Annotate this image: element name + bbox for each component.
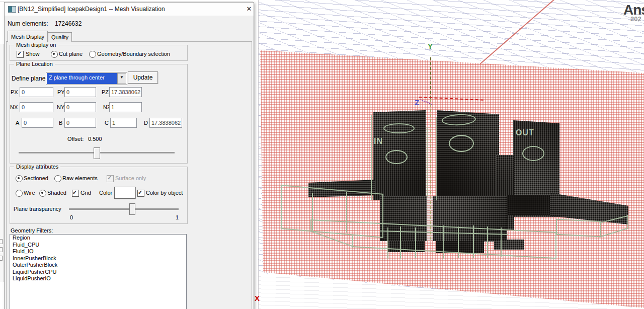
list-item[interactable]: InnerPusherBlock	[10, 255, 186, 262]
offset-slider-thumb[interactable]	[94, 147, 100, 159]
background-strip	[0, 44, 4, 282]
list-item[interactable]: OuterPusherBlock	[10, 262, 186, 269]
group-plane-location-legend: Plane Location	[14, 61, 55, 67]
grid-checkbox[interactable]: ✓	[72, 190, 79, 197]
transparency-max-label: 1	[176, 214, 179, 220]
radio-dot	[41, 192, 43, 194]
list-item[interactable]: LiquidPusherCPU	[10, 269, 186, 276]
plane-select-value: Z plane through center	[47, 73, 118, 84]
d-label: D	[144, 120, 148, 126]
wire-radio[interactable]	[16, 190, 23, 197]
wire-label: Wire	[24, 190, 35, 196]
mesh-foot-3	[494, 240, 524, 250]
cut-plane-label: Cut plane	[59, 51, 83, 57]
py-field[interactable]: 0	[64, 87, 96, 97]
c-label: C	[105, 120, 109, 126]
wire-manifold-v6	[473, 225, 474, 258]
list-item[interactable]: Fluid_IO	[10, 248, 186, 255]
shaded-radio[interactable]	[39, 190, 46, 197]
wire-manifold-v8	[501, 227, 502, 257]
list-item[interactable]: Region	[10, 235, 186, 242]
wire-pipe-ellipse-left2	[385, 150, 408, 164]
transparency-slider-thumb[interactable]	[129, 203, 135, 215]
wire-pipe-ellipse-left	[383, 123, 415, 133]
ny-label: NY	[57, 104, 64, 110]
wire-vert-1	[371, 115, 372, 200]
color-label: Color	[99, 190, 112, 196]
b-label: B	[59, 120, 62, 126]
raw-elements-radio[interactable]	[54, 175, 61, 182]
c-field[interactable]: 1	[110, 118, 137, 128]
num-elements-value: 17246632	[55, 20, 82, 27]
check-icon: ✓	[138, 189, 142, 196]
ny-field[interactable]: 0	[64, 102, 96, 112]
color-by-object-checkbox[interactable]: ✓	[137, 190, 144, 197]
surface-only-label: Surface only	[115, 175, 146, 181]
wire-vert-3	[436, 117, 437, 200]
pz-field[interactable]: 17.3838062	[109, 87, 142, 97]
check-icon: ✓	[17, 50, 22, 57]
nx-label: NX	[10, 104, 18, 110]
update-button[interactable]: Update	[128, 71, 158, 84]
tree-node-mark-2	[0, 247, 3, 252]
title-bar[interactable]: [BN12_Simplified] IcepakDesign1 -- Mesh …	[5, 3, 254, 16]
nx-field[interactable]: 0	[20, 102, 53, 112]
cut-plane-radio[interactable]	[51, 51, 58, 58]
wire-manifold-v7	[487, 226, 488, 258]
geometry-filters-listbox[interactable]: Region Fluid_CPU Fluid_IO InnerPusherBlo…	[10, 234, 187, 309]
color-swatch-button[interactable]	[114, 187, 135, 199]
wire-manifold-v5	[458, 226, 459, 258]
wire-box-left-div2	[346, 192, 347, 233]
wire-manifold-v4	[443, 225, 444, 259]
tab-quality[interactable]: Quality	[48, 32, 72, 42]
pz-label: PZ	[102, 89, 109, 95]
geometry-filters-label: Geometry Filters:	[11, 227, 53, 234]
d-field[interactable]: 17.3838062	[149, 118, 182, 128]
wire-box-right-vert	[627, 215, 628, 229]
px-field[interactable]: 0	[20, 87, 53, 97]
b-field[interactable]: 0	[64, 118, 96, 128]
y-axis-label: Y	[428, 42, 433, 50]
px-label: PX	[11, 89, 18, 95]
wire-pipe-ellipse-mid2	[449, 135, 474, 152]
group-display-attributes-legend: Display attributes	[14, 164, 60, 170]
y-axis-line-upper	[430, 57, 431, 99]
list-item[interactable]: Fluid_CPU	[10, 242, 186, 249]
ansys-version: 202	[630, 15, 641, 23]
py-label: PY	[57, 89, 65, 95]
offset-label: Offset:	[67, 136, 84, 142]
surface-only-checkbox: ✓	[107, 175, 114, 182]
close-button[interactable]: ✕	[245, 5, 254, 14]
plane-select-dropdown[interactable]: Z plane through center ▼	[46, 72, 127, 85]
wire-box-left	[281, 185, 383, 238]
group-mesh-display-on-legend: Mesh display on	[14, 42, 58, 48]
shaded-label: Shaded	[47, 190, 66, 196]
screen: IN OUT Y Z Ans 202 X [BN12_Simplified] I…	[0, 0, 644, 309]
tree-node-mark-3	[0, 256, 3, 261]
nz-field[interactable]: 1	[109, 102, 142, 112]
list-item[interactable]: LiquidPusherIO	[10, 275, 186, 282]
wire-plate-left-vert2	[352, 235, 353, 248]
x-axis-label: X	[255, 294, 260, 302]
tab-mesh-display[interactable]: Mesh Display	[8, 31, 48, 42]
chevron-down-icon[interactable]: ▼	[117, 73, 126, 84]
define-plane-label: Define plane	[12, 75, 45, 82]
sectioned-radio[interactable]	[16, 175, 23, 182]
radio-dot	[18, 177, 20, 179]
z-axis-label: Z	[415, 98, 419, 107]
tree-node-mark-1	[0, 239, 3, 244]
region-edge-line	[480, 0, 555, 64]
3d-viewport[interactable]: IN OUT Y Z Ans 202	[254, 0, 644, 309]
y-axis-line-lower	[430, 99, 431, 240]
transparency-min-label: 0	[70, 214, 73, 220]
show-checkbox[interactable]: ✓	[17, 51, 24, 58]
plane-transparency-label: Plane transparency	[14, 206, 61, 212]
window-title: [BN12_Simplified] IcepakDesign1 -- Mesh …	[18, 6, 165, 13]
color-by-object-label: Color by object	[146, 190, 183, 196]
wire-pipe-ellipse-right	[522, 146, 544, 161]
transparency-slider-track[interactable]	[69, 208, 179, 210]
a-field[interactable]: 0	[22, 118, 53, 128]
mesh-slit	[427, 196, 433, 241]
geometry-boundary-radio[interactable]	[89, 51, 96, 58]
check-icon: ✓	[107, 175, 112, 181]
